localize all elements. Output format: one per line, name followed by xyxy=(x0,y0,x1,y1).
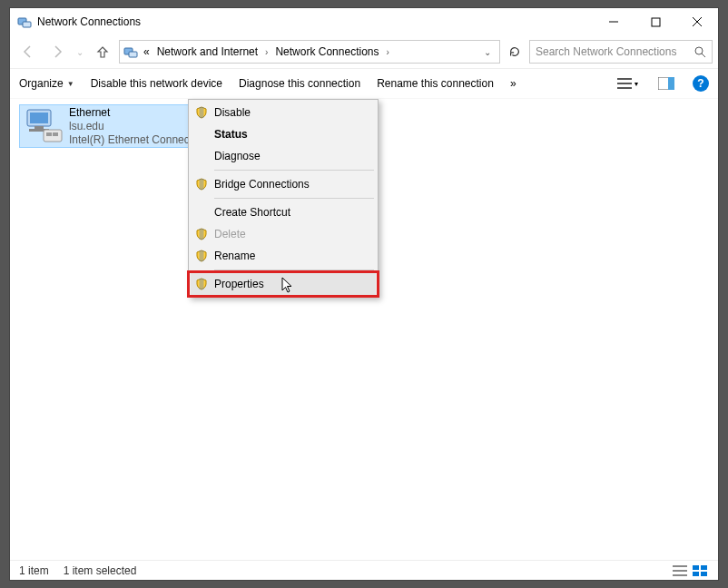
svg-rect-23 xyxy=(673,570,687,572)
svg-rect-16 xyxy=(30,113,48,123)
cursor-icon xyxy=(281,277,296,295)
chevron-right-icon[interactable]: › xyxy=(263,47,270,57)
search-icon xyxy=(694,45,706,58)
location-icon xyxy=(123,44,138,59)
back-button[interactable] xyxy=(15,39,41,64)
minimize-button[interactable] xyxy=(593,8,635,35)
app-icon xyxy=(17,15,32,29)
menu-separator xyxy=(214,170,374,171)
close-button[interactable] xyxy=(676,8,718,35)
svg-rect-7 xyxy=(129,52,137,57)
svg-rect-14 xyxy=(668,77,674,90)
ctx-delete: Delete xyxy=(191,223,376,245)
breadcrumb-item[interactable]: Network and Internet xyxy=(155,45,260,58)
maximize-button[interactable] xyxy=(635,8,676,35)
shield-icon xyxy=(194,249,209,263)
navigation-row: ⌄ « Network and Internet › Network Conne… xyxy=(10,35,718,68)
organize-menu[interactable]: Organize▼ xyxy=(19,77,74,90)
svg-rect-17 xyxy=(34,126,44,129)
refresh-button[interactable] xyxy=(504,41,526,63)
shield-icon xyxy=(194,177,209,191)
ctx-status[interactable]: Status xyxy=(191,123,376,145)
svg-rect-20 xyxy=(46,132,52,136)
address-history-dropdown[interactable]: ⌄ xyxy=(479,42,496,62)
preview-pane-button[interactable] xyxy=(656,77,676,90)
svg-point-8 xyxy=(695,47,703,54)
details-view-button[interactable] xyxy=(671,564,689,578)
content-area[interactable]: Ethernet lsu.edu Intel(R) Ethernet Conne… xyxy=(10,99,718,560)
ctx-bridge-connections[interactable]: Bridge Connections xyxy=(191,173,376,195)
rename-connection-button[interactable]: Rename this connection xyxy=(377,77,494,90)
diagnose-connection-button[interactable]: Diagnose this connection xyxy=(239,77,360,90)
menu-separator xyxy=(214,198,374,199)
address-bar[interactable]: « Network and Internet › Network Connect… xyxy=(119,40,500,64)
status-item-count: 1 item xyxy=(19,564,49,577)
svg-rect-12 xyxy=(617,87,632,89)
shield-icon xyxy=(194,227,209,241)
shield-icon xyxy=(194,277,209,291)
disable-device-button[interactable]: Disable this network device xyxy=(91,77,222,90)
ctx-properties[interactable]: Properties xyxy=(191,273,376,295)
status-selected-count: 1 item selected xyxy=(64,564,137,577)
explorer-window: Network Connections ⌄ xyxy=(9,7,719,581)
svg-rect-1 xyxy=(23,22,31,27)
ctx-rename[interactable]: Rename xyxy=(191,245,376,267)
forward-button[interactable] xyxy=(44,39,70,64)
breadcrumb-item[interactable]: Network Connections xyxy=(273,45,380,58)
breadcrumb-more[interactable]: « xyxy=(142,45,152,58)
svg-rect-22 xyxy=(673,565,687,567)
ctx-diagnose[interactable]: Diagnose xyxy=(191,145,376,167)
large-icons-view-button[interactable] xyxy=(691,564,709,578)
svg-rect-3 xyxy=(652,18,660,26)
svg-rect-28 xyxy=(701,572,707,576)
svg-line-9 xyxy=(702,54,705,57)
command-bar: Organize▼ Disable this network device Di… xyxy=(10,68,718,99)
menu-separator xyxy=(214,270,374,270)
svg-rect-11 xyxy=(617,83,632,84)
ctx-disable[interactable]: Disable xyxy=(191,102,376,123)
search-input[interactable]: Search Network Connections xyxy=(529,40,713,64)
svg-rect-26 xyxy=(701,565,707,570)
svg-rect-27 xyxy=(693,572,699,576)
ctx-create-shortcut[interactable]: Create Shortcut xyxy=(191,201,376,223)
svg-rect-25 xyxy=(693,565,699,570)
view-options-button[interactable]: ▼ xyxy=(616,77,640,90)
ethernet-adapter-icon xyxy=(24,108,64,144)
help-button[interactable]: ? xyxy=(693,75,709,92)
shield-icon xyxy=(194,105,209,120)
window-title: Network Connections xyxy=(37,15,593,28)
more-commands-button[interactable]: » xyxy=(510,77,517,90)
status-bar: 1 item 1 item selected xyxy=(10,560,718,580)
svg-rect-24 xyxy=(673,574,687,576)
svg-rect-10 xyxy=(617,78,632,80)
recent-locations-button[interactable]: ⌄ xyxy=(74,39,86,64)
up-button[interactable] xyxy=(90,39,115,64)
chevron-right-icon[interactable]: › xyxy=(385,47,391,57)
svg-rect-21 xyxy=(53,132,58,136)
context-menu: Disable Status Diagnose Bridge Connectio… xyxy=(188,99,379,298)
search-placeholder: Search Network Connections xyxy=(536,45,676,58)
titlebar: Network Connections xyxy=(10,8,718,35)
